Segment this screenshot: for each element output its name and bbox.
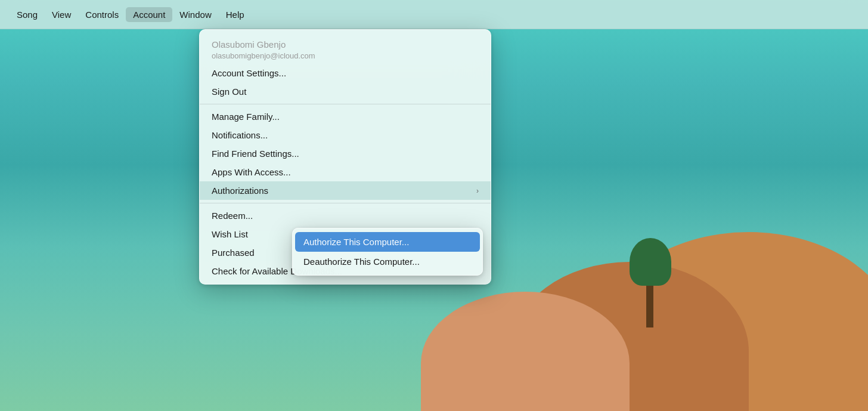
submenu-item-authorize-computer[interactable]: Authorize This Computer... [295,232,480,252]
tree-trunk [646,280,653,327]
tree-canopy [630,238,671,286]
menu-item-notifications[interactable]: Notifications... [200,126,491,144]
account-user-email: olasubomigbenjo@icloud.com [212,51,479,61]
menu-separator-2 [200,203,491,203]
menu-item-redeem[interactable]: Redeem... [200,206,491,225]
menubar-item-account[interactable]: Account [126,7,172,22]
account-user-header: Olasubomi Gbenjo olasubomigbenjo@icloud.… [200,33,491,64]
submenu-item-deauthorize-computer[interactable]: Deauthorize This Computer... [293,252,482,271]
menu-item-manage-family[interactable]: Manage Family... [200,107,491,126]
authorizations-submenu: Authorize This Computer... Deauthorize T… [292,228,483,276]
menubar: Song View Controls Account Window Help [0,0,868,29]
menu-item-find-friend-settings[interactable]: Find Friend Settings... [200,144,491,163]
menu-item-account-settings[interactable]: Account Settings... [200,64,491,82]
account-user-name: Olasubomi Gbenjo [212,38,479,51]
menubar-item-view[interactable]: View [45,7,78,22]
menubar-item-controls[interactable]: Controls [78,7,126,22]
menu-item-authorizations[interactable]: Authorizations › [200,181,491,200]
menu-item-apps-with-access[interactable]: Apps With Access... [200,163,491,181]
authorizations-label: Authorizations [212,186,268,196]
menu-item-sign-out[interactable]: Sign Out [200,82,491,101]
menu-separator-1 [200,104,491,104]
menubar-item-window[interactable]: Window [172,7,218,22]
submenu-chevron-icon: › [476,187,479,195]
menubar-item-help[interactable]: Help [219,7,252,22]
menubar-item-song[interactable]: Song [10,7,45,22]
